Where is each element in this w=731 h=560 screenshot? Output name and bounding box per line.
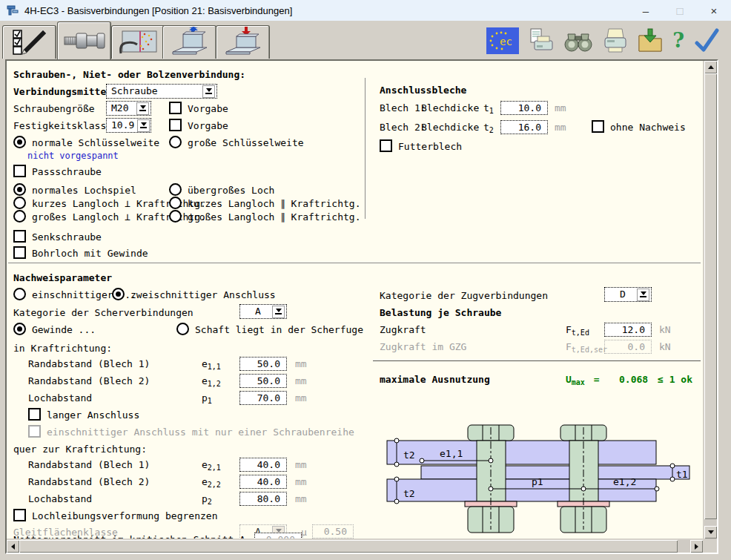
radio-icon[interactable] bbox=[176, 323, 189, 335]
p1-input[interactable]: 70.0 bbox=[239, 391, 287, 405]
radio-icon[interactable] bbox=[13, 197, 26, 209]
checkbox-icon[interactable] bbox=[169, 102, 182, 114]
checkbox-icon[interactable] bbox=[13, 165, 26, 177]
tab-plate-compression[interactable] bbox=[216, 25, 270, 59]
radio-icon[interactable] bbox=[13, 288, 26, 300]
tab-input[interactable] bbox=[2, 25, 56, 59]
help-button[interactable]: ? bbox=[672, 28, 684, 53]
tab-bolt-connection[interactable] bbox=[57, 22, 111, 59]
checkbox-icon[interactable] bbox=[28, 408, 41, 421]
langer-anschluss-checkbox[interactable]: langer Anschluss bbox=[28, 408, 139, 422]
radio-icon[interactable] bbox=[13, 323, 26, 335]
umax-value: 0.068 bbox=[619, 372, 648, 386]
checkbox-icon[interactable] bbox=[592, 120, 604, 133]
belastung-title: Belastung je Schraube bbox=[380, 306, 501, 320]
printer-icon bbox=[603, 27, 628, 54]
tab-weld[interactable] bbox=[111, 25, 165, 59]
dropdown-arrow-icon[interactable] bbox=[637, 289, 649, 301]
e22-input[interactable]: 40.0 bbox=[239, 475, 287, 489]
scroll-down-button[interactable] bbox=[704, 526, 717, 538]
radio-gross-laengs[interactable]: großes Langloch ∥ Kraftrichtg. bbox=[169, 210, 360, 224]
e21-symbol: e2,1 bbox=[202, 458, 221, 475]
print-button[interactable] bbox=[603, 27, 628, 54]
radio-icon[interactable] bbox=[112, 288, 125, 300]
kat-scher-select[interactable]: A bbox=[239, 304, 287, 319]
schraubengroesse-select[interactable]: M20 bbox=[106, 101, 151, 116]
passschraube-checkbox[interactable]: Passschraube bbox=[13, 165, 102, 179]
vertical-scrollbar[interactable] bbox=[704, 61, 717, 551]
festigkeitsklasse-select[interactable]: 10.9 bbox=[106, 118, 151, 133]
weld-icon bbox=[118, 28, 159, 56]
radio-sw-normal[interactable]: normale Schlüsselweite bbox=[13, 136, 159, 150]
eurocode-button[interactable]: ec bbox=[486, 27, 519, 54]
einschnittig-hinweis-checkbox: einschnittiger Anschluss mit nur einer S… bbox=[28, 425, 354, 439]
groesse-vorgabe-checkbox[interactable]: Vorgabe bbox=[169, 102, 228, 116]
radio-schaft[interactable]: Schaft liegt in der Scherfuge bbox=[176, 323, 363, 337]
dropdown-arrow-icon[interactable] bbox=[272, 306, 285, 318]
connection-drawing: t2 e1,1 t2 p1 e1,2 t1 bbox=[374, 411, 701, 538]
e12-input[interactable]: 50.0 bbox=[239, 374, 287, 388]
senkschraube-checkbox[interactable]: Senkschraube bbox=[13, 230, 102, 244]
ft-ed-symbol: Ft,Ed bbox=[566, 323, 589, 340]
checkbox-icon[interactable] bbox=[380, 139, 392, 152]
search-button[interactable] bbox=[563, 28, 593, 53]
radio-icon[interactable] bbox=[13, 210, 26, 223]
e21-input[interactable]: 40.0 bbox=[239, 458, 287, 472]
toolbar: ec bbox=[0, 21, 731, 59]
clipped-row: Nettoquerschnitt im kritischen Schnitt A… bbox=[13, 533, 234, 538]
t1-input[interactable]: 10.0 bbox=[500, 101, 548, 115]
save-button[interactable] bbox=[638, 28, 663, 53]
horizontal-scroll-thumb[interactable] bbox=[19, 540, 678, 553]
kat-zug-select[interactable]: D bbox=[604, 287, 652, 302]
e11-input[interactable]: 50.0 bbox=[239, 357, 287, 371]
ohne-nachweis-checkbox[interactable]: ohne Nachweis bbox=[592, 120, 686, 134]
bohrloch-checkbox[interactable]: Bohrloch mit Gewinde bbox=[13, 246, 148, 260]
verbindungsmittel-select[interactable]: Schraube bbox=[106, 84, 217, 99]
scroll-up-button[interactable] bbox=[704, 61, 717, 73]
checkbox-icon[interactable] bbox=[13, 230, 26, 243]
ft-ed-input[interactable]: 12.0 bbox=[604, 323, 652, 337]
dropdown-arrow-icon[interactable] bbox=[137, 119, 150, 132]
print-preview-button[interactable] bbox=[529, 27, 554, 54]
radio-icon[interactable] bbox=[169, 136, 182, 148]
checkbox-icon[interactable] bbox=[13, 246, 26, 259]
dropdown-arrow-icon[interactable] bbox=[202, 85, 215, 98]
checkbox-icon[interactable] bbox=[13, 509, 26, 521]
dropdown-arrow-icon[interactable] bbox=[136, 102, 149, 115]
section1-title: Schrauben-, Niet- oder Bolzenverbindung: bbox=[13, 67, 245, 82]
t2-input[interactable]: 16.0 bbox=[500, 120, 548, 134]
checkbox-icon[interactable] bbox=[169, 119, 182, 131]
radio-uebergross[interactable]: übergroßes Loch bbox=[169, 183, 274, 197]
zugkraft-row: Zugkraft Ft,Ed 12.0 kN bbox=[380, 323, 426, 337]
futterblech-checkbox[interactable]: Futterblech bbox=[380, 139, 462, 154]
vertical-scroll-thumb[interactable] bbox=[704, 73, 717, 519]
blech2-row: Blech 2: Blechdicke t2 16.0 mm ohne Nach… bbox=[380, 120, 426, 134]
zugkraft-gzg-row: Zugkraft im GZG Ft,Ed,ser 0.0 kN bbox=[380, 340, 466, 354]
radio-zweischnittig[interactable]: zweischnittiger Anschluss bbox=[112, 288, 276, 302]
p2-input[interactable]: 80.0 bbox=[239, 492, 287, 506]
radio-icon[interactable] bbox=[13, 136, 26, 148]
radio-kurz-laengs[interactable]: kurzes Langloch ∥ Kraftrichtg. bbox=[169, 197, 360, 211]
minimize-button[interactable]: – bbox=[629, 0, 663, 21]
horizontal-scrollbar[interactable] bbox=[7, 540, 703, 553]
klasse-vorgabe-checkbox[interactable]: Vorgabe bbox=[169, 119, 228, 133]
umax-symbol: Umax = bbox=[566, 372, 600, 389]
scroll-left-button[interactable] bbox=[7, 540, 19, 553]
scroll-right-button[interactable] bbox=[690, 540, 703, 553]
tab-plate-tension[interactable] bbox=[162, 25, 216, 59]
radio-icon[interactable] bbox=[169, 183, 182, 196]
radio-icon[interactable] bbox=[169, 197, 182, 209]
confirm-button[interactable] bbox=[694, 28, 719, 53]
dim-label-p1: p1 bbox=[532, 476, 543, 487]
lochleibung-checkbox[interactable]: Lochleibungsverformung begrenzen bbox=[13, 509, 217, 523]
radio-lochspiel-normal[interactable]: normales Lochspiel bbox=[13, 183, 136, 197]
dim-label-t2-top: t2 bbox=[403, 449, 415, 461]
p1-row: Lochabstand p1 70.0 mm bbox=[28, 391, 92, 405]
close-button[interactable]: × bbox=[697, 0, 731, 21]
clipped-input[interactable]: 0.000 bbox=[254, 533, 302, 538]
radio-sw-gross[interactable]: große Schlüsselweite bbox=[169, 136, 304, 150]
radio-icon[interactable] bbox=[13, 183, 26, 196]
radio-icon[interactable] bbox=[169, 210, 182, 223]
main-form: Schrauben-, Niet- oder Bolzenverbindung:… bbox=[7, 61, 703, 538]
radio-gewinde[interactable]: Gewinde ... bbox=[13, 323, 96, 337]
